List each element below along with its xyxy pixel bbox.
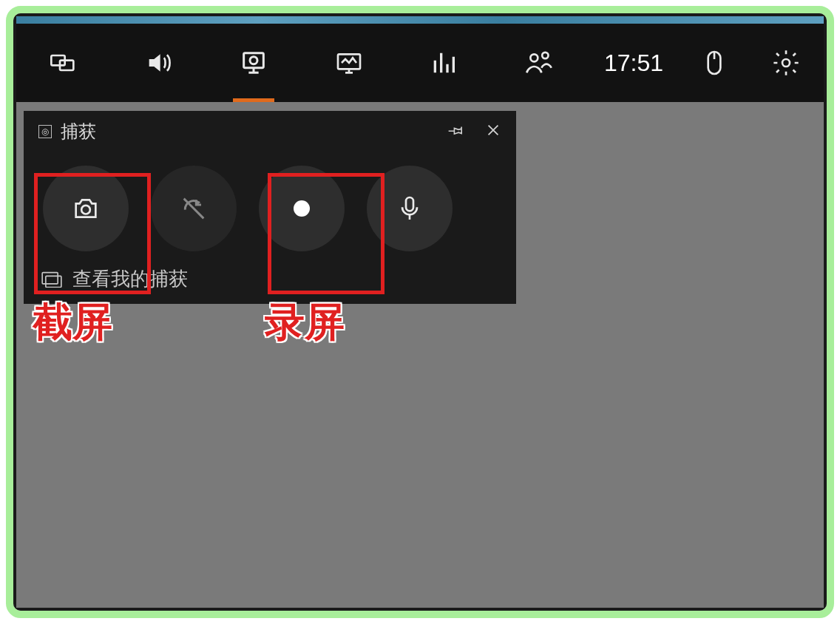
capture-panel-body xyxy=(24,152,516,259)
pin-icon[interactable] xyxy=(448,122,464,141)
screenshot-button[interactable] xyxy=(43,166,129,251)
capture-icon[interactable] xyxy=(206,24,301,102)
svg-rect-12 xyxy=(46,276,61,287)
capture-panel: ◎ 捕获 xyxy=(24,111,516,304)
game-bar-toolbar: 17:51 xyxy=(16,24,824,102)
mic-button[interactable] xyxy=(367,166,453,251)
stats-icon[interactable] xyxy=(396,24,491,102)
close-icon[interactable] xyxy=(485,122,501,141)
svg-point-9 xyxy=(81,206,90,214)
capture-panel-title: 捕获 xyxy=(61,120,96,143)
clock-time: 17:51 xyxy=(586,24,681,102)
svg-point-3 xyxy=(250,57,257,64)
capture-badge-icon: ◎ xyxy=(38,125,52,138)
performance-icon[interactable] xyxy=(301,24,396,102)
record-dot-icon xyxy=(294,200,310,217)
capture-panel-footer[interactable]: 查看我的捕获 xyxy=(24,259,516,299)
capture-panel-header: ◎ 捕获 xyxy=(24,111,516,152)
svg-rect-10 xyxy=(406,197,413,211)
svg-point-5 xyxy=(530,54,538,61)
svg-point-6 xyxy=(542,52,548,58)
svg-rect-2 xyxy=(244,53,264,68)
window-sliver xyxy=(16,16,824,24)
settings-icon[interactable] xyxy=(748,24,824,102)
xbox-social-icon[interactable] xyxy=(491,24,586,102)
record-last-button[interactable] xyxy=(151,166,237,251)
widgets-icon[interactable] xyxy=(16,24,111,102)
mouse-icon[interactable] xyxy=(681,24,748,102)
record-button[interactable] xyxy=(259,166,345,251)
outer-frame: 17:51 ◎ 捕获 xyxy=(6,6,834,618)
svg-rect-11 xyxy=(42,272,58,283)
audio-icon[interactable] xyxy=(111,24,206,102)
svg-point-8 xyxy=(782,59,790,67)
view-captures-link[interactable]: 查看我的捕获 xyxy=(72,266,188,292)
desktop-area: 17:51 ◎ 捕获 xyxy=(13,13,827,611)
